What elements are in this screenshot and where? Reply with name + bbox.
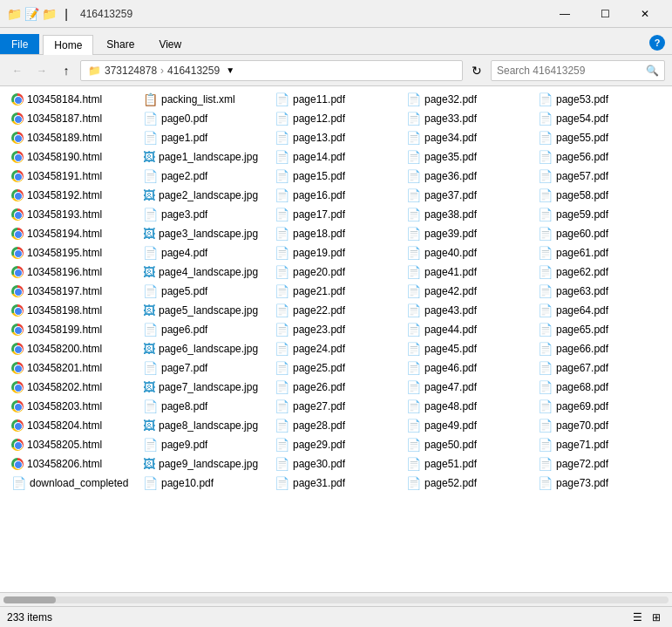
- list-item[interactable]: 🖼page3_landscape.jpg: [139, 224, 270, 243]
- list-item[interactable]: 🖼page1_landscape.jpg: [139, 147, 270, 167]
- list-item[interactable]: 📄page3.pdf: [139, 205, 270, 224]
- list-view-icon[interactable]: ☰: [628, 609, 646, 626]
- list-item[interactable]: 📄page42.pdf: [402, 282, 533, 301]
- list-item[interactable]: 103458187.html: [7, 109, 139, 128]
- list-item[interactable]: 📄page60.pdf: [533, 224, 665, 243]
- list-item[interactable]: 📄page17.pdf: [270, 205, 402, 224]
- scrollbar-thumb[interactable]: [3, 596, 56, 603]
- list-item[interactable]: 📄page66.pdf: [533, 339, 665, 358]
- list-item[interactable]: 📄page32.pdf: [402, 90, 533, 109]
- list-item[interactable]: 📄download_completed: [7, 474, 139, 493]
- list-item[interactable]: 🖼page6_landscape.jpg: [139, 339, 270, 358]
- list-item[interactable]: 📄page5.pdf: [139, 282, 270, 301]
- list-item[interactable]: 📄page54.pdf: [533, 109, 665, 128]
- list-item[interactable]: 📄page31.pdf: [270, 474, 402, 493]
- list-item[interactable]: 103458197.html: [7, 282, 139, 301]
- list-item[interactable]: 📋packing_list.xml: [139, 90, 270, 109]
- list-item[interactable]: 📄page53.pdf: [533, 90, 665, 109]
- list-item[interactable]: 📄page64.pdf: [533, 301, 665, 320]
- list-item[interactable]: 📄page44.pdf: [402, 320, 533, 339]
- list-item[interactable]: 103458184.html: [7, 90, 139, 109]
- list-item[interactable]: 📄page51.pdf: [402, 454, 533, 474]
- grid-view-icon[interactable]: ⊞: [648, 609, 665, 626]
- list-item[interactable]: 📄page33.pdf: [402, 109, 533, 128]
- list-item[interactable]: 103458199.html: [7, 320, 139, 339]
- list-item[interactable]: 📄page70.pdf: [533, 416, 665, 435]
- list-item[interactable]: 🖼page9_landscape.jpg: [139, 454, 270, 474]
- list-item[interactable]: 📄page35.pdf: [402, 147, 533, 167]
- list-item[interactable]: 📄page41.pdf: [402, 262, 533, 282]
- tab-file[interactable]: File: [0, 34, 39, 54]
- list-item[interactable]: 📄page28.pdf: [270, 416, 402, 435]
- tab-home[interactable]: Home: [43, 35, 93, 55]
- tab-view[interactable]: View: [147, 34, 193, 54]
- list-item[interactable]: 📄page72.pdf: [533, 454, 665, 474]
- list-item[interactable]: 📄page25.pdf: [270, 358, 402, 378]
- list-item[interactable]: 📄page67.pdf: [533, 358, 665, 378]
- list-item[interactable]: 📄page15.pdf: [270, 167, 402, 186]
- list-item[interactable]: 📄page14.pdf: [270, 147, 402, 167]
- list-item[interactable]: 📄page8.pdf: [139, 397, 270, 416]
- minimize-button[interactable]: —: [545, 0, 585, 28]
- horizontal-scrollbar[interactable]: [0, 592, 672, 606]
- list-item[interactable]: 103458189.html: [7, 128, 139, 147]
- list-item[interactable]: 📄page1.pdf: [139, 128, 270, 147]
- list-item[interactable]: 📄page10.pdf: [139, 474, 270, 493]
- tab-share[interactable]: Share: [95, 34, 146, 54]
- list-item[interactable]: 📄page59.pdf: [533, 205, 665, 224]
- breadcrumb-parent[interactable]: 373124878: [105, 65, 157, 77]
- list-item[interactable]: 📄page16.pdf: [270, 186, 402, 205]
- list-item[interactable]: 📄page20.pdf: [270, 262, 402, 282]
- list-item[interactable]: 103458193.html: [7, 205, 139, 224]
- list-item[interactable]: 📄page63.pdf: [533, 282, 665, 301]
- list-item[interactable]: 📄page13.pdf: [270, 128, 402, 147]
- list-item[interactable]: 🖼page5_landscape.jpg: [139, 301, 270, 320]
- list-item[interactable]: 📄page62.pdf: [533, 262, 665, 282]
- list-item[interactable]: 📄page57.pdf: [533, 167, 665, 186]
- refresh-button[interactable]: ↻: [466, 60, 487, 81]
- list-item[interactable]: 103458205.html: [7, 435, 139, 454]
- list-item[interactable]: 📄page52.pdf: [402, 474, 533, 493]
- list-item[interactable]: 103458196.html: [7, 262, 139, 282]
- list-item[interactable]: 103458200.html: [7, 339, 139, 358]
- list-item[interactable]: 103458191.html: [7, 167, 139, 186]
- list-item[interactable]: 📄page50.pdf: [402, 435, 533, 454]
- list-item[interactable]: 📄page69.pdf: [533, 397, 665, 416]
- list-item[interactable]: 103458204.html: [7, 416, 139, 435]
- list-item[interactable]: 📄page11.pdf: [270, 90, 402, 109]
- list-item[interactable]: 📄page65.pdf: [533, 320, 665, 339]
- list-item[interactable]: 📄page43.pdf: [402, 301, 533, 320]
- list-item[interactable]: 📄page56.pdf: [533, 147, 665, 167]
- list-item[interactable]: 🖼page2_landscape.jpg: [139, 186, 270, 205]
- list-item[interactable]: 📄page58.pdf: [533, 186, 665, 205]
- list-item[interactable]: 📄page49.pdf: [402, 416, 533, 435]
- list-item[interactable]: 103458195.html: [7, 243, 139, 262]
- list-item[interactable]: 📄page73.pdf: [533, 474, 665, 493]
- list-item[interactable]: 📄page71.pdf: [533, 435, 665, 454]
- list-item[interactable]: 103458194.html: [7, 224, 139, 243]
- back-button[interactable]: ←: [7, 60, 28, 81]
- address-dropdown-button[interactable]: ▼: [220, 60, 241, 81]
- list-item[interactable]: 📄page9.pdf: [139, 435, 270, 454]
- list-item[interactable]: 📄page4.pdf: [139, 243, 270, 262]
- list-item[interactable]: 📄page0.pdf: [139, 109, 270, 128]
- ribbon-collapse-button[interactable]: ?: [635, 31, 672, 54]
- list-item[interactable]: 🖼page8_landscape.jpg: [139, 416, 270, 435]
- list-item[interactable]: 📄page34.pdf: [402, 128, 533, 147]
- breadcrumb-current[interactable]: 416413259: [167, 65, 220, 77]
- list-item[interactable]: 📄page39.pdf: [402, 224, 533, 243]
- list-item[interactable]: 📄page29.pdf: [270, 435, 402, 454]
- list-item[interactable]: 📄page61.pdf: [533, 243, 665, 262]
- list-item[interactable]: 📄page27.pdf: [270, 397, 402, 416]
- search-input[interactable]: [497, 65, 646, 77]
- list-item[interactable]: 🖼page7_landscape.jpg: [139, 378, 270, 397]
- list-item[interactable]: 📄page40.pdf: [402, 243, 533, 262]
- list-item[interactable]: 🖼page4_landscape.jpg: [139, 262, 270, 282]
- list-item[interactable]: 📄page48.pdf: [402, 397, 533, 416]
- list-item[interactable]: 📄page22.pdf: [270, 301, 402, 320]
- list-item[interactable]: 📄page37.pdf: [402, 186, 533, 205]
- list-item[interactable]: 📄page68.pdf: [533, 378, 665, 397]
- list-item[interactable]: 103458201.html: [7, 358, 139, 378]
- forward-button[interactable]: →: [31, 60, 52, 81]
- list-item[interactable]: 103458190.html: [7, 147, 139, 167]
